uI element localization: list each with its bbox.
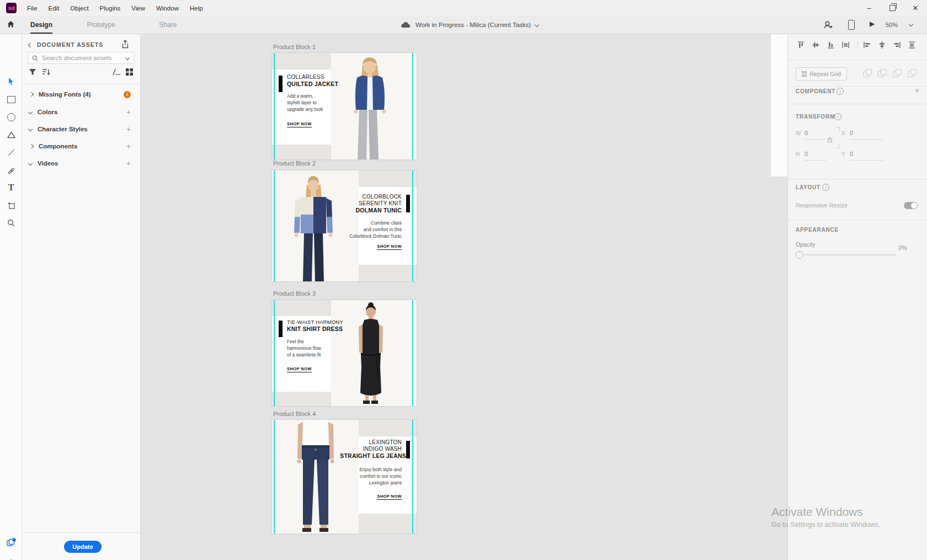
search-chevron-down-icon[interactable] [125, 56, 130, 60]
missing-fonts-warning-icon[interactable]: ! [124, 91, 131, 98]
xd-logo-icon[interactable]: Xd [6, 3, 17, 13]
rectangle-tool[interactable] [0, 93, 22, 106]
layout-info-icon[interactable]: i [822, 184, 829, 191]
home-icon[interactable] [7, 20, 15, 28]
product-title-line: COLORBLOCK [363, 194, 402, 200]
shop-now-link: SHOP NOW [287, 366, 312, 372]
product-photo [331, 53, 417, 159]
libraries-panel-icon[interactable] [0, 536, 22, 550]
repeat-grid-button[interactable]: Repeat Grid [796, 67, 847, 81]
guide-line [412, 300, 413, 406]
ellipse-icon [7, 113, 15, 121]
app-bar: Design Prototype Share Work in Progress … [0, 16, 927, 34]
layers-panel-icon[interactable] [0, 556, 22, 560]
lock-aspect-icon[interactable] [827, 136, 833, 143]
artboard-label[interactable]: Product Block 1 [273, 44, 316, 50]
text-panel: COLLARLESS QUILTED JACKET Add a warm, st… [272, 70, 331, 145]
device-preview-icon[interactable] [848, 20, 855, 30]
add-character-style-button[interactable]: + [126, 125, 131, 134]
component-section-label: COMPONENT [796, 88, 835, 94]
invite-user-icon[interactable] [823, 20, 833, 29]
divider [22, 532, 141, 533]
align-top-icon[interactable] [797, 41, 805, 49]
collapse-panel-chevron-icon[interactable] [28, 43, 33, 47]
line-tool[interactable] [0, 146, 22, 159]
update-button[interactable]: Update [64, 541, 102, 553]
link-bracket [835, 145, 840, 148]
opacity-slider-track[interactable] [805, 254, 896, 255]
component-info-icon[interactable]: i [837, 88, 844, 95]
menu-window[interactable]: Window [151, 0, 184, 16]
align-middle-vertical-icon[interactable] [812, 41, 820, 49]
x-field[interactable]: 0 [850, 130, 853, 136]
distribute-horizontal-icon[interactable] [841, 41, 850, 49]
restore-button[interactable] [881, 0, 904, 16]
artboard-label[interactable]: Product Block 4 [273, 410, 316, 417]
responsive-resize-toggle[interactable] [904, 202, 918, 209]
artboard-tool[interactable] [0, 199, 22, 212]
repeat-grid-icon [802, 71, 807, 77]
artboard-product-block-1[interactable]: COLLARLESS QUILTED JACKET Add a warm, st… [272, 53, 417, 159]
zoom-chevron-down-icon[interactable] [909, 22, 913, 26]
menu-help[interactable]: Help [184, 0, 209, 16]
distribute-vertical-icon[interactable] [908, 41, 916, 49]
artboard-label[interactable]: Product Block 2 [273, 160, 316, 167]
height-field[interactable]: 0 [805, 151, 808, 157]
menu-edit[interactable]: Edit [43, 0, 65, 16]
sort-icon[interactable] [42, 68, 51, 76]
product-title-line: COLLARLESS [287, 74, 324, 80]
minimize-button[interactable]: – [857, 0, 881, 16]
menu-file[interactable]: File [22, 0, 43, 16]
grid-view-icon[interactable] [126, 68, 133, 76]
boolean-add-icon[interactable] [863, 69, 872, 78]
link-bracket [835, 127, 840, 131]
transform-info-icon[interactable]: i [834, 113, 841, 120]
menu-object[interactable]: Object [65, 0, 94, 16]
boolean-exclude-icon[interactable] [908, 69, 917, 78]
zoom-level-value[interactable]: 50% [886, 22, 898, 28]
section-character-styles[interactable]: Character Styles + [22, 122, 141, 136]
desktop-preview-play-icon[interactable]: ▶ [870, 20, 875, 28]
document-title-group[interactable]: Work in Progress - Milica (Current Tasks… [401, 16, 539, 34]
zoom-tool[interactable] [0, 216, 22, 230]
opacity-slider-thumb[interactable] [796, 251, 803, 259]
section-components[interactable]: Components + [22, 139, 141, 153]
text-tool[interactable]: T [0, 181, 22, 194]
tab-prototype[interactable]: Prototype [87, 16, 115, 34]
export-assets-icon[interactable] [121, 40, 129, 49]
section-colors[interactable]: Colors + [22, 105, 141, 119]
align-left-icon[interactable] [863, 41, 871, 49]
add-component-button[interactable]: + [126, 142, 131, 151]
align-center-horizontal-icon[interactable] [878, 41, 886, 49]
list-view-icon[interactable] [111, 68, 120, 76]
boolean-intersect-icon[interactable] [893, 69, 902, 78]
menu-plugins[interactable]: Plugins [94, 0, 126, 16]
width-field[interactable]: 0 [805, 130, 808, 136]
canvas[interactable]: Product Block 1 COLLARLESS QUILTED JACKE… [141, 34, 771, 560]
artboard-product-block-3[interactable]: TIE-WAIST HARMONY KNIT SHIRT DRESS Feel … [272, 300, 417, 406]
tab-share[interactable]: Share [159, 16, 177, 34]
filter-icon[interactable] [29, 68, 36, 76]
section-videos[interactable]: Videos + [22, 156, 141, 170]
add-video-button[interactable]: + [126, 159, 131, 168]
pen-tool[interactable] [0, 163, 22, 177]
polygon-tool[interactable] [0, 128, 22, 141]
boolean-subtract-icon[interactable] [878, 69, 887, 78]
select-tool[interactable] [0, 74, 22, 88]
artboard-label[interactable]: Product Block 3 [273, 290, 316, 297]
add-color-button[interactable]: + [126, 108, 131, 116]
divider [788, 220, 927, 220]
close-button[interactable]: ✕ [904, 0, 927, 16]
artboard-product-block-2[interactable]: COLORBLOCK SERENITY KNIT DOLMAN TUNIC Co… [272, 170, 417, 281]
align-right-icon[interactable] [893, 41, 901, 49]
canvas-scrollbar[interactable] [771, 34, 787, 177]
ellipse-tool[interactable] [0, 110, 22, 124]
menu-view[interactable]: View [126, 0, 151, 16]
artboard-product-block-4[interactable]: LEXINGTON INDIGO WASH STRAIGHT LEG JEANS… [272, 420, 417, 534]
search-input[interactable] [41, 54, 120, 62]
missing-fonts-row[interactable]: Missing Fonts (4) ! [22, 87, 141, 102]
tab-design[interactable]: Design [30, 16, 52, 34]
align-bottom-icon[interactable] [827, 41, 835, 49]
add-component-state-button[interactable]: + [915, 86, 919, 95]
y-field[interactable]: 0 [850, 151, 853, 157]
